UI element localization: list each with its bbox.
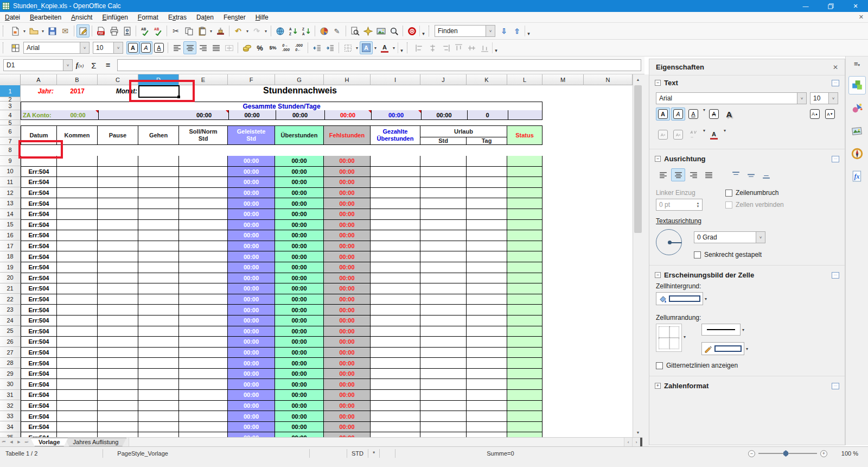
dropdown-arrow-icon[interactable]: ▾ [701, 128, 707, 141]
urlaub-std-cell[interactable] [420, 262, 467, 273]
ueberstunden-cell[interactable]: 00:00 [275, 283, 324, 294]
sidebar-font-color-icon[interactable]: A [707, 128, 721, 141]
urlaub-tag-cell[interactable] [467, 262, 507, 273]
pause-cell[interactable] [98, 262, 138, 273]
shrink-font-icon[interactable]: A▼ [823, 108, 837, 121]
ueberstunden-cell[interactable]: 00:00 [275, 358, 324, 369]
name-box[interactable]: D1˅ [3, 59, 73, 71]
urlaub-std-cell[interactable] [420, 230, 467, 241]
kommen-cell[interactable] [57, 348, 98, 358]
datum-cell[interactable]: Err:504 [21, 422, 57, 433]
font-name-select[interactable]: Arial˅ [23, 42, 90, 54]
column-header-b[interactable]: B [57, 74, 98, 85]
pause-cell[interactable] [98, 209, 138, 220]
urlaub-std-cell[interactable] [420, 358, 467, 369]
character-spacing-icon[interactable]: A V↔ [686, 128, 700, 141]
urlaub-std-cell[interactable] [420, 305, 467, 315]
ueberstunden-cell[interactable]: 00:00 [275, 262, 324, 273]
urlaub-tag-cell[interactable] [467, 241, 507, 252]
table-row[interactable]: Err:504 00:00 00:00 00:00 [21, 379, 542, 390]
cell-appearance-section-header[interactable]: − Erscheinungsbild der Zelle ⋯ [649, 265, 845, 281]
ueberstunden-cell[interactable]: 00:00 [275, 315, 324, 326]
datum-cell[interactable]: Err:504 [21, 432, 57, 437]
table-row[interactable]: 00:00 00:00 00:00 [21, 156, 542, 167]
urlaub-tag-cell[interactable] [467, 273, 507, 284]
datum-cell[interactable]: Err:504 [21, 177, 57, 188]
table-row[interactable]: Err:504 00:00 00:00 00:00 [21, 326, 542, 337]
chevron-down-icon[interactable]: ˅ [486, 26, 495, 36]
ueberstunden-cell[interactable]: 00:00 [275, 198, 324, 209]
geleistete-cell[interactable]: 00:00 [228, 177, 275, 188]
kommen-cell[interactable] [57, 209, 98, 220]
dropdown-arrow-icon[interactable]: ▾ [373, 46, 378, 51]
dropdown-arrow-icon[interactable]: ▾ [40, 29, 46, 34]
subscript-icon[interactable]: Ax [671, 128, 685, 141]
urlaub-tag-cell[interactable] [467, 337, 507, 348]
status-cell[interactable] [507, 262, 542, 273]
menu-format[interactable]: Format [133, 12, 163, 23]
table-row[interactable]: Err:504 00:00 00:00 00:00 [21, 273, 542, 284]
increase-indent-icon[interactable] [323, 41, 336, 54]
status-cell[interactable] [507, 167, 542, 178]
urlaub-std-cell[interactable] [420, 294, 467, 305]
row-header[interactable]: 25 [0, 326, 21, 337]
gehen-cell[interactable] [138, 358, 179, 369]
restore-button[interactable] [818, 0, 843, 12]
dropdown-arrow-icon[interactable]: ▾ [245, 29, 250, 34]
row-header[interactable]: 8 [0, 145, 21, 156]
kommen-cell[interactable] [57, 262, 98, 273]
menu-einfgen[interactable]: Einfügen [97, 12, 132, 23]
urlaub-tag-cell[interactable] [467, 305, 507, 315]
table-row[interactable]: Err:504 00:00 00:00 00:00 [21, 220, 542, 231]
geleistete-cell[interactable]: 00:00 [228, 358, 275, 369]
toolbar-grip[interactable] [3, 26, 6, 36]
gezahlte-cell[interactable] [371, 198, 420, 209]
urlaub-std-cell[interactable] [420, 379, 467, 390]
table-row[interactable]: Err:504 00:00 00:00 00:00 [21, 390, 542, 401]
header-urlaub-std[interactable]: Std [420, 137, 467, 145]
column-header-g[interactable]: G [275, 74, 324, 85]
soll-cell[interactable] [179, 273, 228, 284]
sort-ascending-icon[interactable]: AZ [286, 24, 299, 37]
gehen-cell[interactable] [138, 283, 179, 294]
status-cell[interactable] [507, 283, 542, 294]
pause-cell[interactable] [98, 358, 138, 369]
last-sheet-icon[interactable]: ⏭ [23, 438, 30, 446]
fehlstunden-cell[interactable]: 00:00 [324, 348, 371, 358]
row-header[interactable]: 22 [0, 294, 21, 305]
sidebar-font-size[interactable]: 10˅ [810, 92, 838, 104]
soll-cell[interactable] [179, 177, 228, 188]
row-header[interactable]: 32 [0, 400, 21, 411]
pause-cell[interactable] [98, 390, 138, 401]
font-size-select[interactable]: 10˅ [93, 42, 123, 54]
header-pause[interactable]: Pause [97, 125, 138, 145]
degrees-select[interactable]: 0 Grad˅ [694, 231, 765, 243]
table-row[interactable]: Err:504 00:00 00:00 00:00 [21, 401, 542, 412]
urlaub-std-cell[interactable] [420, 167, 467, 178]
stacked-checkbox[interactable]: Senkrecht gestapelt [694, 251, 765, 258]
next-sheet-icon[interactable]: ▶ [15, 438, 23, 446]
ueberstunden-cell[interactable]: 00:00 [275, 241, 324, 252]
ueberstunden-cell[interactable]: 00:00 [275, 294, 324, 305]
gehen-cell[interactable] [138, 188, 179, 199]
row-header[interactable]: 12 [0, 187, 21, 198]
urlaub-std-cell[interactable] [420, 348, 467, 358]
zoom-slider[interactable] [758, 453, 817, 454]
header-urlaub[interactable]: Urlaub [420, 125, 507, 137]
pause-cell[interactable] [98, 326, 138, 337]
status-cell[interactable] [507, 411, 542, 422]
row-header[interactable]: 34 [0, 421, 21, 432]
row-header[interactable]: 7 [0, 137, 21, 145]
kommen-cell[interactable] [57, 156, 98, 167]
pause-cell[interactable] [98, 220, 138, 231]
fehlstunden-cell[interactable]: 00:00 [324, 315, 371, 326]
table-row[interactable]: Err:504 00:00 00:00 00:00 [21, 348, 542, 358]
urlaub-tag-cell[interactable] [467, 294, 507, 305]
soll-cell[interactable] [179, 390, 228, 401]
toolbar-overflow-icon[interactable]: ▾ [525, 26, 532, 36]
status-cell[interactable] [507, 379, 542, 390]
table-row[interactable]: Err:504 00:00 00:00 00:00 [21, 230, 542, 241]
close-button[interactable]: ✕ [843, 0, 868, 12]
geleistete-cell[interactable]: 00:00 [228, 230, 275, 241]
find-replace-icon[interactable] [348, 24, 361, 37]
